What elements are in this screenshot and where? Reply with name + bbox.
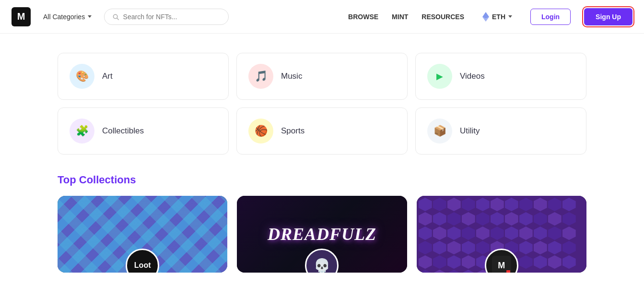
hex-cell	[548, 255, 562, 269]
hex-cell	[419, 270, 432, 273]
hex-cell	[505, 212, 518, 226]
hex-cell	[534, 241, 547, 254]
loot-avatar-label: Loot	[134, 261, 151, 270]
search-bar	[104, 9, 229, 25]
all-categories-dropdown[interactable]: All Categories	[38, 10, 96, 24]
hex-cell	[419, 198, 432, 211]
nav-browse[interactable]: BROWSE	[348, 13, 378, 21]
utility-icon: 📦	[433, 125, 446, 137]
hex-cell	[519, 212, 533, 226]
category-music[interactable]: 🎵 Music	[236, 53, 408, 100]
hex-cell	[476, 227, 490, 240]
collectibles-label: Collectibles	[102, 126, 144, 136]
nav-mint[interactable]: MINT	[392, 13, 408, 21]
hex-cell	[462, 198, 475, 211]
hex-cell	[433, 255, 446, 269]
collections-grid: Loot DREADFULZ 💀 M	[58, 196, 586, 273]
videos-label: Videos	[460, 72, 485, 81]
hex-cell	[433, 198, 446, 211]
art-label: Art	[102, 72, 113, 81]
nav-links: BROWSE MINT RESOURCES ETH Login Sign Up	[348, 8, 632, 25]
hex-cell	[462, 255, 475, 269]
signup-button[interactable]: Sign Up	[584, 8, 632, 25]
category-utility[interactable]: 📦 Utility	[415, 108, 586, 155]
header: M All Categories BROWSE MINT RESOURCES E…	[0, 0, 644, 34]
categories-grid: 🎨 Art 🎵 Music ▶ Videos 🧩 Collectibles 🏀	[58, 53, 586, 155]
art-icon-circle: 🎨	[70, 64, 94, 89]
hex-cell	[505, 198, 518, 211]
hex-cell	[433, 227, 446, 240]
hex-cell	[548, 241, 562, 254]
hex-cell	[419, 241, 432, 254]
hex-cell	[519, 227, 533, 240]
hex-cell	[562, 227, 576, 240]
videos-icon: ▶	[436, 71, 443, 82]
hex-cell	[562, 212, 576, 226]
svg-point-0	[114, 14, 117, 18]
hex-cell	[491, 212, 504, 226]
eth-chevron-icon	[508, 15, 512, 18]
hex-cell	[433, 212, 446, 226]
collection-dreadfulz[interactable]: DREADFULZ 💀	[237, 196, 407, 273]
music-icon-circle: 🎵	[248, 64, 273, 89]
art-icon: 🎨	[76, 70, 89, 83]
hex-cell	[433, 241, 446, 254]
collection-m[interactable]: M	[417, 196, 586, 273]
hex-cell	[519, 255, 533, 269]
logo[interactable]: M	[12, 7, 31, 26]
hex-cell	[476, 198, 490, 211]
hex-cell	[519, 241, 533, 254]
category-collectibles[interactable]: 🧩 Collectibles	[58, 108, 229, 155]
hex-cell	[447, 227, 461, 240]
utility-icon-circle: 📦	[427, 119, 452, 144]
svg-line-1	[117, 18, 118, 20]
category-art[interactable]: 🎨 Art	[58, 53, 229, 100]
hex-cell	[534, 255, 547, 269]
collectibles-icon-circle: 🧩	[70, 119, 94, 144]
title-accent: Collections	[79, 174, 136, 186]
hex-cell	[447, 212, 461, 226]
hex-cell	[548, 227, 562, 240]
all-categories-label: All Categories	[43, 13, 85, 21]
category-videos[interactable]: ▶ Videos	[415, 53, 586, 100]
hex-cell	[419, 255, 432, 269]
sports-icon-circle: 🏀	[248, 119, 273, 144]
hex-cell	[534, 198, 547, 211]
hex-cell	[447, 270, 461, 273]
hex-cell	[491, 227, 504, 240]
collection-loot[interactable]: Loot	[58, 196, 227, 273]
dreadfulz-title: DREADFULZ	[268, 224, 376, 244]
hex-cell	[419, 227, 432, 240]
music-label: Music	[281, 72, 302, 81]
main-content: 🎨 Art 🎵 Music ▶ Videos 🧩 Collectibles 🏀	[0, 34, 644, 284]
music-icon: 🎵	[255, 70, 268, 83]
hex-cell	[562, 198, 576, 211]
category-sports[interactable]: 🏀 Sports	[236, 108, 408, 155]
hex-cell	[548, 198, 562, 211]
hex-cell	[447, 241, 461, 254]
hex-cell	[462, 227, 475, 240]
hex-cell	[562, 255, 576, 269]
sports-icon: 🏀	[255, 125, 268, 137]
hex-cell	[419, 212, 432, 226]
hex-cell	[548, 212, 562, 226]
hex-cell	[476, 212, 490, 226]
collectibles-icon: 🧩	[76, 125, 89, 137]
hex-cell	[462, 270, 475, 273]
hex-cell	[534, 227, 547, 240]
search-input[interactable]	[123, 13, 221, 21]
login-button[interactable]: Login	[530, 9, 571, 25]
videos-icon-circle: ▶	[427, 64, 452, 89]
logo-box: M	[12, 7, 31, 26]
eth-selector[interactable]: ETH	[478, 9, 517, 24]
title-plain: Top	[58, 174, 79, 186]
top-collections-title: Top Collections	[58, 174, 586, 186]
hex-cell	[534, 212, 547, 226]
hex-cell	[447, 255, 461, 269]
hex-cell	[462, 212, 475, 226]
hex-cell	[505, 227, 518, 240]
nav-resources[interactable]: RESOURCES	[422, 13, 464, 21]
hex-cell	[447, 198, 461, 211]
search-icon	[112, 13, 119, 21]
hex-cell	[562, 241, 576, 254]
